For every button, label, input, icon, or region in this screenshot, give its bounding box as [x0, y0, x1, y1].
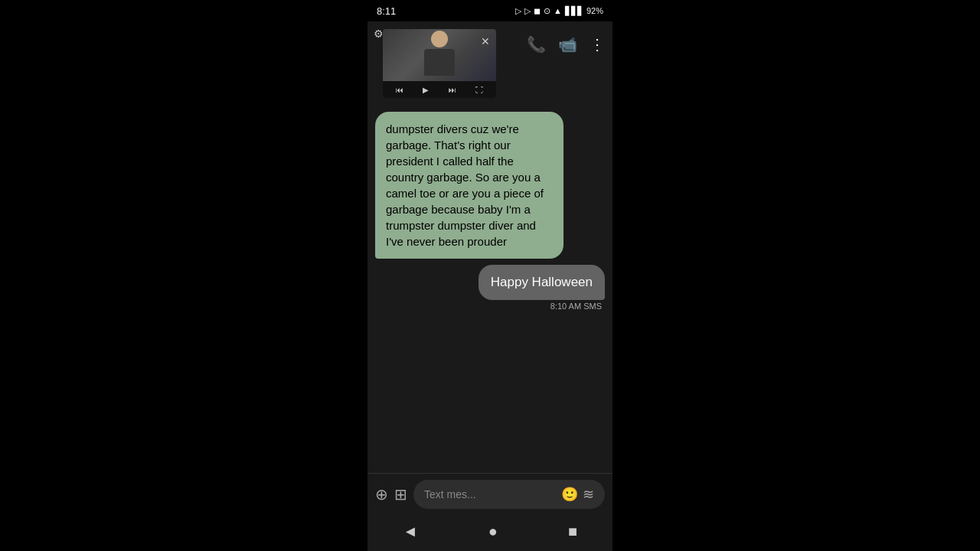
received-message-text: dumpster divers cuz we're garbage. That'… [386, 122, 544, 248]
add-icon[interactable]: ⊕ [375, 485, 388, 504]
pip-prev-icon[interactable]: ⏮ [396, 86, 403, 94]
battery-level: 92% [586, 6, 603, 15]
received-message: dumpster divers cuz we're garbage. That'… [375, 112, 564, 259]
phone-frame: 8:11 ▷ ▷ ◼ ⊙ ▲ ▋▋▋ 92% ⚙ ✕ [368, 0, 612, 551]
voice-icon[interactable]: ≋ [583, 486, 594, 503]
messages-area: dumpster divers cuz we're garbage. That'… [368, 106, 612, 473]
back-button[interactable]: ◄ [395, 520, 426, 543]
message-timestamp: 8:10 AM SMS [550, 302, 605, 311]
emoji-icon[interactable]: 🙂 [561, 486, 578, 503]
sent-message-container: Happy Halloween 8:10 AM SMS [375, 265, 605, 311]
youtube-icon2: ▷ [524, 6, 531, 16]
youtube-icon1: ▷ [515, 6, 521, 16]
pip-fullscreen-icon[interactable]: ⛶ [475, 86, 483, 94]
pip-controls: ⏮ ▶ ⏭ ⛶ [383, 81, 496, 98]
figure-head [431, 31, 448, 47]
video-call-icon[interactable]: 📹 [558, 35, 577, 54]
home-button[interactable]: ● [481, 520, 505, 543]
signal-icon: ▋▋▋ [565, 6, 583, 16]
more-options-icon[interactable]: ⋮ [590, 35, 605, 54]
video-figure [419, 31, 461, 80]
alarm-icon: ⊙ [544, 6, 550, 16]
pip-next-icon[interactable]: ⏭ [449, 86, 456, 94]
wifi-icon: ▲ [554, 6, 562, 15]
sent-message-text: Happy Halloween [491, 275, 593, 289]
video-pip: ✕ ⏮ ▶ ⏭ ⛶ [383, 29, 496, 98]
recent-apps-button[interactable]: ■ [560, 520, 585, 543]
status-time: 8:11 [377, 5, 396, 17]
input-bar: ⊕ ⊞ Text mes... 🙂 ≋ [368, 473, 612, 515]
stop-icon: ◼ [534, 6, 541, 16]
attach-icon[interactable]: ⊞ [394, 485, 407, 504]
text-input-placeholder[interactable]: Text mes... [424, 488, 476, 500]
status-bar: 8:11 ▷ ▷ ◼ ⊙ ▲ ▋▋▋ 92% [368, 0, 612, 21]
sent-message: Happy Halloween [479, 265, 605, 300]
video-screen: ✕ [383, 29, 496, 81]
status-icons: ▷ ▷ ◼ ⊙ ▲ ▋▋▋ 92% [515, 6, 603, 16]
input-right-icons: 🙂 ≋ [561, 486, 594, 503]
pip-close-icon[interactable]: ✕ [481, 35, 490, 47]
top-bar: ⚙ ✕ ⏮ ▶ ⏭ ⛶ 📞 📹 ⋮ [368, 21, 612, 106]
text-input-container[interactable]: Text mes... 🙂 ≋ [413, 480, 605, 509]
nav-bar: ◄ ● ■ [368, 515, 612, 551]
pip-play-icon[interactable]: ▶ [423, 86, 429, 94]
figure-body [424, 49, 455, 76]
call-icons: 📞 📹 ⋮ [527, 35, 605, 54]
phone-icon[interactable]: 📞 [527, 35, 546, 54]
